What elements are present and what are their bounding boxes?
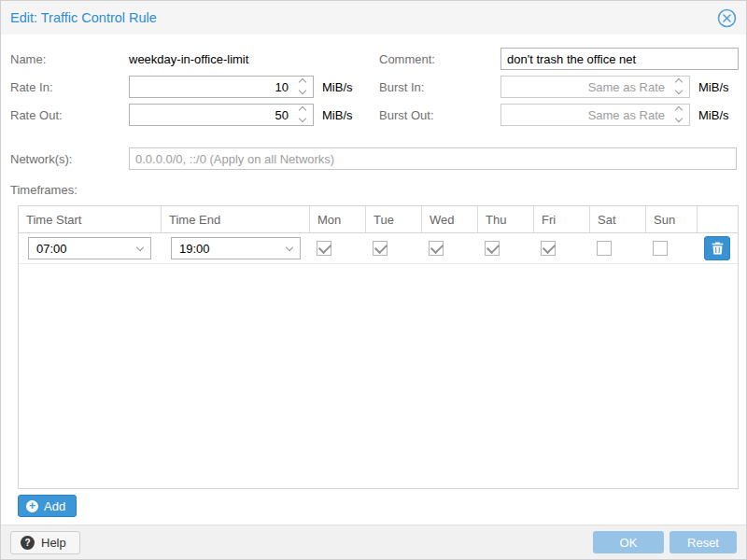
column-header-tue[interactable]: Tue <box>366 206 422 232</box>
thu-checkbox[interactable] <box>485 241 500 256</box>
chevron-down-icon <box>286 244 293 251</box>
circle-x-icon <box>717 8 737 28</box>
dialog-title: Edit: Traffic Control Rule <box>10 10 157 25</box>
trash-icon <box>712 242 724 255</box>
column-header-mon[interactable]: Mon <box>310 206 366 232</box>
sat-checkbox[interactable] <box>597 241 612 256</box>
delete-row-button[interactable] <box>704 236 730 260</box>
close-button[interactable] <box>717 8 737 28</box>
edit-traffic-control-rule-dialog: Edit: Traffic Control Rule Name: weekday… <box>0 0 747 560</box>
question-circle-icon: ? <box>21 536 35 550</box>
name-label: Name: <box>10 52 129 66</box>
networks-label: Network(s): <box>10 152 129 166</box>
dialog-footer: ? Help OK Reset <box>1 525 746 559</box>
reset-button[interactable]: Reset <box>669 531 737 553</box>
column-header-time-start[interactable]: Time Start <box>19 206 162 232</box>
plus-circle-icon: + <box>26 500 38 512</box>
column-header-actions <box>698 206 738 232</box>
wed-checkbox[interactable] <box>429 241 444 256</box>
burst-out-label: Burst Out: <box>379 108 500 122</box>
help-button-label: Help <box>41 536 66 550</box>
name-value: weekday-in-office-limit <box>129 52 248 66</box>
ok-button[interactable]: OK <box>593 531 664 553</box>
rate-out-label: Rate Out: <box>10 108 129 122</box>
dialog-content: Name: weekday-in-office-limit Rate In: M… <box>1 35 746 525</box>
rate-in-unit: MiB/s <box>322 80 353 94</box>
rate-in-label: Rate In: <box>10 80 129 94</box>
networks-input[interactable] <box>129 147 737 170</box>
timeframes-table-header: Time Start Time End Mon Tue Wed Thu Fri … <box>19 206 738 233</box>
column-header-time-end[interactable]: Time End <box>162 206 310 232</box>
time-end-combo[interactable]: 19:00 <box>171 237 301 259</box>
sun-checkbox[interactable] <box>653 241 668 256</box>
burst-in-input[interactable] <box>500 76 690 98</box>
fri-checkbox[interactable] <box>541 241 556 256</box>
column-header-sun[interactable]: Sun <box>646 206 698 232</box>
burst-in-spinner <box>500 76 690 98</box>
tue-checkbox[interactable] <box>373 241 388 256</box>
column-header-fri[interactable]: Fri <box>534 206 590 232</box>
add-button-label: Add <box>44 499 65 513</box>
spinner-arrows-icon[interactable] <box>672 106 685 123</box>
spinner-arrows-icon[interactable] <box>296 106 309 123</box>
dialog-titlebar: Edit: Traffic Control Rule <box>1 1 746 35</box>
burst-in-label: Burst In: <box>379 80 500 94</box>
column-header-sat[interactable]: Sat <box>590 206 646 232</box>
comment-input[interactable] <box>500 48 739 70</box>
burst-out-unit: MiB/s <box>698 108 729 122</box>
help-button[interactable]: ? Help <box>10 531 80 554</box>
timeframes-label: Timeframes: <box>10 183 737 197</box>
add-button[interactable]: + Add <box>18 495 77 517</box>
time-end-value: 19:00 <box>179 242 210 256</box>
timeframes-table-empty-area <box>19 264 738 488</box>
spinner-arrows-icon[interactable] <box>296 78 309 95</box>
column-header-wed[interactable]: Wed <box>422 206 478 232</box>
burst-out-spinner <box>500 104 690 126</box>
timeframes-table: Time Start Time End Mon Tue Wed Thu Fri … <box>18 205 739 489</box>
burst-in-unit: MiB/s <box>698 80 729 94</box>
spinner-arrows-icon[interactable] <box>672 78 685 95</box>
burst-out-input[interactable] <box>500 104 690 126</box>
mon-checkbox[interactable] <box>317 241 331 256</box>
timeframe-row: 07:00 19:00 <box>19 233 738 264</box>
comment-label: Comment: <box>379 52 500 66</box>
time-start-value: 07:00 <box>36 242 67 256</box>
rate-in-spinner <box>129 76 314 98</box>
column-header-thu[interactable]: Thu <box>478 206 534 232</box>
time-start-combo[interactable]: 07:00 <box>28 237 151 259</box>
rate-out-unit: MiB/s <box>322 108 353 122</box>
chevron-down-icon <box>136 244 144 251</box>
rate-out-spinner <box>129 104 314 126</box>
rate-out-input[interactable] <box>129 104 314 126</box>
rate-in-input[interactable] <box>129 76 314 98</box>
